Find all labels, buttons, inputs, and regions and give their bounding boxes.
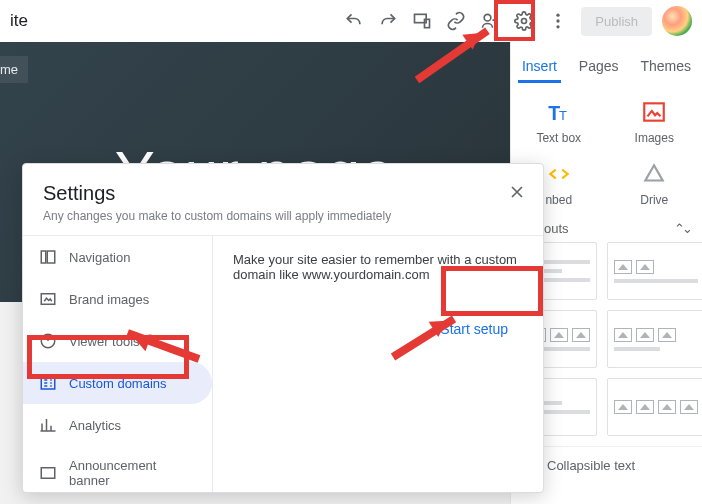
insert-images-label: Images [635,131,674,145]
svg-point-5 [557,19,560,22]
nav-label: Brand images [69,292,149,307]
svg-point-2 [485,14,492,21]
annotation-gear-highlight [494,0,535,41]
sidebar-item-brand[interactable]: Brand images [23,278,212,320]
avatar[interactable] [662,6,692,36]
insert-embed-label: nbed [545,193,572,207]
main-toolbar: ite Publish [0,0,702,42]
nav-label: Announcement banner [69,458,196,488]
more-icon[interactable] [541,4,575,38]
nav-label: Analytics [69,418,121,433]
layout-option[interactable] [607,310,702,368]
insert-drive-label: Drive [640,193,668,207]
layouts-collapse-icon[interactable]: ⌃⌄ [674,221,690,236]
settings-dialog: Settings Any changes you make to custom … [22,163,544,493]
insert-images[interactable]: Images [614,99,694,145]
insert-textbox[interactable]: TTText box [519,99,599,145]
insert-textbox-label: Text box [536,131,581,145]
sidebar-item-navigation[interactable]: Navigation [23,236,212,278]
layout-option[interactable] [607,378,702,436]
svg-point-4 [557,14,560,17]
preview-icon[interactable] [405,4,439,38]
tab-themes[interactable]: Themes [636,52,695,83]
dialog-title: Settings [43,182,523,205]
tab-pages[interactable]: Pages [575,52,623,83]
sidebar-item-announcement[interactable]: Announcement banner [23,446,212,492]
nav-label: Navigation [69,250,130,265]
svg-rect-11 [47,251,55,263]
redo-icon[interactable] [371,4,405,38]
annotation-custom-highlight [27,335,189,379]
collapsible-label: Collapsible text [547,458,635,473]
annotation-start-highlight [441,266,543,316]
publish-button[interactable]: Publish [581,7,652,36]
close-icon[interactable] [507,182,527,206]
site-title[interactable]: ite [10,11,28,31]
svg-rect-10 [41,251,46,263]
home-tab[interactable]: me [0,56,28,83]
dialog-subtitle: Any changes you make to custom domains w… [43,209,523,223]
tab-insert[interactable]: Insert [518,52,561,83]
insert-drive[interactable]: Drive [614,161,694,207]
svg-rect-15 [41,468,55,479]
svg-text:T: T [559,108,567,123]
sidebar-item-analytics[interactable]: Analytics [23,404,212,446]
undo-icon[interactable] [337,4,371,38]
layout-option[interactable] [607,242,702,300]
side-tabs: Insert Pages Themes [511,52,702,83]
svg-point-6 [557,25,560,28]
